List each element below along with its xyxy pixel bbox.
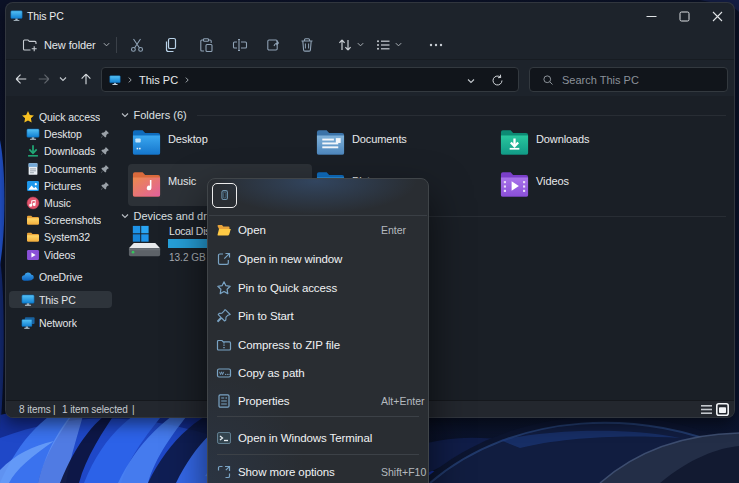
menu-item-pin-to-start[interactable]: Pin to Start bbox=[212, 302, 426, 329]
pin-icon bbox=[216, 308, 232, 324]
delete-icon bbox=[299, 37, 315, 53]
folder-tile-documents[interactable]: Documents bbox=[312, 122, 496, 164]
collapse-chevron-icon bbox=[120, 211, 130, 221]
maximize-icon bbox=[679, 11, 690, 22]
selection-count: 1 item selected bbox=[62, 404, 128, 415]
chevron-down-icon bbox=[356, 40, 365, 49]
pin-star-icon bbox=[216, 280, 232, 296]
context-copy-button[interactable] bbox=[212, 183, 237, 208]
sidebar-item-this-pc[interactable]: This PC bbox=[9, 291, 112, 308]
recent-locations-button[interactable] bbox=[52, 68, 74, 90]
menu-item-compress-to-zip[interactable]: Compress to ZIP file bbox=[212, 331, 426, 358]
copy-button[interactable] bbox=[154, 32, 187, 58]
rename-icon bbox=[232, 37, 248, 53]
this-pc-icon bbox=[10, 9, 23, 22]
sidebar-item-system32[interactable]: System32 bbox=[9, 229, 112, 246]
quick-access-star-icon bbox=[21, 110, 35, 124]
sidebar-item-network[interactable]: Network bbox=[9, 315, 112, 332]
chevron-right-icon bbox=[126, 76, 134, 84]
cut-icon bbox=[129, 37, 145, 53]
chevron-down-icon bbox=[102, 40, 111, 49]
videos-folder-icon bbox=[499, 168, 530, 199]
terminal-icon bbox=[216, 430, 232, 446]
items-count: 8 items bbox=[19, 404, 51, 415]
minimize-button[interactable] bbox=[635, 3, 668, 29]
details-view-button[interactable] bbox=[700, 403, 713, 416]
music-folder-icon bbox=[131, 168, 162, 199]
sidebar-item-music[interactable]: Music bbox=[9, 195, 112, 212]
menu-item-open-in-new-window[interactable]: Open in new window bbox=[212, 245, 426, 272]
group-header-folders[interactable]: Folders (6) bbox=[120, 107, 727, 123]
sidebar-item-screenshots[interactable]: Screenshots bbox=[9, 212, 112, 229]
address-bar: This PC Search This PC bbox=[6, 60, 734, 96]
menu-separator bbox=[217, 454, 419, 455]
new-folder-label: New folder bbox=[44, 39, 96, 51]
rename-button[interactable] bbox=[223, 32, 256, 58]
folder-icon bbox=[26, 230, 40, 244]
view-button[interactable] bbox=[370, 32, 408, 58]
menu-item-open[interactable]: Open Enter bbox=[212, 216, 426, 243]
share-button[interactable] bbox=[257, 32, 290, 58]
menu-item-open-in-windows-terminal[interactable]: Open in Windows Terminal bbox=[212, 424, 426, 451]
zip-folder-icon bbox=[216, 337, 232, 353]
chevron-down-icon bbox=[58, 74, 68, 84]
back-button[interactable] bbox=[10, 68, 32, 90]
menu-item-show-more-options[interactable]: Show more options Shift+F10 bbox=[212, 458, 426, 483]
menu-item-properties[interactable]: Properties Alt+Enter bbox=[212, 387, 426, 414]
folder-tile-desktop[interactable]: Desktop bbox=[128, 122, 312, 164]
copy-icon bbox=[218, 189, 231, 202]
folder-tile-downloads[interactable]: Downloads bbox=[496, 122, 680, 164]
music-icon bbox=[26, 196, 40, 210]
menu-item-copy-as-path[interactable]: Copy as path bbox=[212, 359, 426, 386]
desktop-screen: This PC New folder bbox=[0, 0, 739, 483]
maximize-button[interactable] bbox=[668, 3, 701, 29]
address-dropdown-icon[interactable] bbox=[466, 76, 476, 86]
pin-icon bbox=[100, 129, 110, 139]
sidebar-item-documents[interactable]: Documents bbox=[9, 160, 112, 177]
new-folder-button[interactable]: New folder bbox=[16, 32, 117, 58]
refresh-icon[interactable] bbox=[491, 74, 504, 87]
see-more-button[interactable] bbox=[419, 32, 452, 58]
pin-icon bbox=[100, 146, 110, 156]
titlebar[interactable]: This PC bbox=[6, 3, 734, 29]
paste-button[interactable] bbox=[189, 32, 222, 58]
up-button[interactable] bbox=[75, 68, 97, 90]
sidebar-item-quick-access[interactable]: Quick access bbox=[9, 108, 112, 125]
group-rule bbox=[197, 115, 726, 116]
sidebar-item-onedrive[interactable]: OneDrive bbox=[9, 269, 112, 286]
sidebar-item-desktop[interactable]: Desktop bbox=[9, 126, 112, 143]
sort-button[interactable] bbox=[332, 32, 370, 58]
pin-icon bbox=[100, 164, 110, 174]
folder-icon bbox=[26, 213, 40, 227]
downloads-icon bbox=[26, 144, 40, 158]
paste-icon bbox=[198, 37, 214, 53]
chevron-down-icon bbox=[394, 40, 403, 49]
cut-button[interactable] bbox=[121, 32, 154, 58]
sidebar-item-videos[interactable]: Videos bbox=[9, 246, 112, 263]
breadcrumb-this-pc[interactable]: This PC bbox=[139, 74, 178, 86]
sidebar-item-pictures[interactable]: Pictures bbox=[9, 178, 112, 195]
new-folder-icon bbox=[22, 37, 38, 53]
forward-icon bbox=[37, 72, 51, 86]
local-disk-icon bbox=[126, 222, 165, 261]
desktop-folder-icon bbox=[131, 126, 162, 157]
see-more-icon bbox=[428, 37, 444, 53]
delete-button[interactable] bbox=[290, 32, 323, 58]
pin-icon bbox=[100, 181, 110, 191]
copy-path-icon bbox=[216, 365, 232, 381]
address-input[interactable]: This PC bbox=[101, 67, 519, 92]
documents-icon bbox=[26, 162, 40, 176]
close-icon bbox=[712, 11, 723, 22]
menu-item-pin-to-quick-access[interactable]: Pin to Quick access bbox=[212, 274, 426, 301]
show-more-icon bbox=[216, 464, 232, 480]
folder-tile-videos[interactable]: Videos bbox=[496, 164, 680, 206]
videos-icon bbox=[26, 248, 40, 262]
properties-icon bbox=[216, 393, 232, 409]
share-icon bbox=[266, 37, 282, 53]
open-folder-icon bbox=[216, 222, 232, 238]
search-input[interactable]: Search This PC bbox=[529, 67, 728, 92]
large-icons-view-button[interactable] bbox=[716, 403, 729, 416]
sidebar-item-downloads[interactable]: Downloads bbox=[9, 143, 112, 160]
desktop-icon bbox=[26, 127, 40, 141]
close-button[interactable] bbox=[701, 3, 734, 29]
